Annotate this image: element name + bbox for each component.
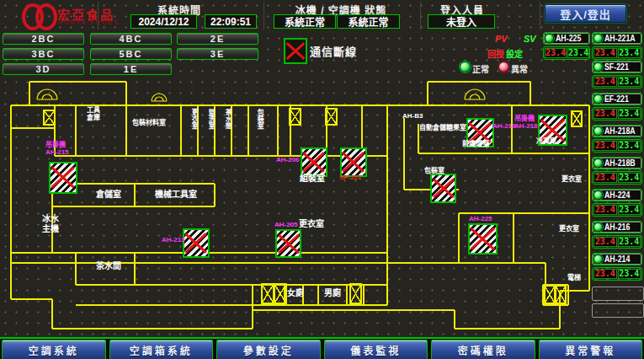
unit-pv-value: 23.4 [593,205,617,215]
unit-led-icon [593,34,603,43]
ahu-fault-icon[interactable] [183,228,210,258]
login-logout-button[interactable]: 登入/登出 [545,4,626,23]
map-room-label: 機械工具室 [155,190,197,200]
map-room-label: 茶水間 [224,109,232,129]
ahu-fault-icon[interactable] [275,229,301,258]
unit-sv-value: 23.4 [567,48,589,58]
unit-name: AH-224 [604,190,630,200]
door-cross-icon [572,111,582,126]
system-date-value: 2024/12/12 [130,14,197,29]
floor-button-2bc[interactable]: 2BC [3,33,84,45]
unit-name: AH-214 [604,255,630,264]
door-cross-icon [545,286,555,303]
unit-sf-221[interactable]: SF-221 23.423.4 [592,61,642,88]
map-room-label: 包裝材料室 [132,119,166,126]
floor-button-3d[interactable]: 3D [3,63,84,75]
map-room-label: 倉儲室 [96,190,121,200]
map-alarm-label: SF-221 [339,174,361,181]
unit-pv-value: 23.4 [593,269,617,279]
unit-led-icon [593,62,603,72]
map-room-label: 男廁 [324,288,341,298]
nav-ac-system-button[interactable]: 空調系統 [2,340,106,359]
nav-abnormal-alarm-button[interactable]: 異常警報 [539,340,643,359]
header-divider [539,2,540,29]
bottom-nav-bar: 空調系統 空調箱系統 參數設定 儀表監視 密碼權限 異常警報 [0,337,644,359]
unit-name: AH-225 [556,34,581,43]
unit-pv-value: 23.4 [593,141,617,151]
door-cross-icon [556,286,566,303]
unit-pv-value: 23.4 [593,48,617,58]
comm-loss-icon [284,38,307,64]
stairs-icon [37,89,485,101]
floor-button-3bc[interactable]: 3BC [3,48,84,60]
unit-pv-value: 23.4 [545,48,567,58]
comm-loss-label: 通信斷線 [310,43,357,59]
unit-sv-value: 23.4 [618,48,641,58]
unit-pv-value: 23.4 [593,173,617,183]
floor-button-4bc[interactable]: 4BC [90,33,172,45]
map-room-label: 盥洗室 [207,109,215,129]
sv-label: SV [524,34,536,44]
unit-name: AH-221A [604,34,636,43]
map-equip-label: 吊掛機 AH-215 [45,141,69,156]
unit-led-icon [545,34,554,43]
floor-button-3e[interactable]: 3E [177,48,258,60]
unit-name: AH-218B [604,158,636,168]
unit-ah-218b[interactable]: AH-218B 23.423.4 [592,157,642,185]
unit-ah-224[interactable]: AH-224 23.423.4 [592,189,642,217]
nav-parameter-settings-button[interactable]: 參數設定 [216,340,321,359]
map-room-label: 女廁 [287,288,304,298]
map-equip-label: 吊掛機 AH-218 [514,115,538,130]
ahu-fault-icon[interactable] [430,174,456,203]
header-divider [97,2,98,29]
ahu-fault-icon[interactable] [301,147,327,177]
unit-led-icon [593,126,603,136]
unit-name: AH-218A [604,126,636,136]
unit-pv-value: 23.4 [593,77,617,87]
brand-logo-icon [35,3,57,30]
unit-empty-slot [592,303,644,318]
door-cross-icon [350,284,361,303]
unit-ah-216[interactable]: AH-216 23.423.4 [592,221,642,249]
pv-label: PV [495,34,508,44]
door-cross-icon [290,109,301,125]
hmi-screen: 宏亞食品 HUNYA FOODS 系統時間 2024/12/12 22:09:5… [0,0,644,359]
map-room-label: 包裝室 [256,109,263,129]
map-room-label: 電梯 [567,274,581,281]
floor-button-1e[interactable]: 1E [90,63,172,75]
unit-sv-value: 23.4 [618,109,641,119]
map-equip-label: AH-219 [492,122,516,130]
normal-label: 正常 [472,62,489,75]
map-room-label: 冰水 主機 [42,214,59,233]
header-divider [263,2,264,29]
ahu-fault-icon[interactable] [468,223,498,255]
unit-led-icon [593,255,603,264]
nav-password-permission-button[interactable]: 密碼權限 [431,340,535,359]
unit-sv-value: 23.4 [618,173,641,183]
header-bar: 宏亞食品 HUNYA FOODS 系統時間 2024/12/12 22:09:5… [0,0,644,31]
floor-button-5bc[interactable]: 5BC [90,48,172,60]
ahu-fault-icon[interactable] [340,147,367,177]
walls-middle [11,118,589,285]
unit-empty-slot [592,287,644,301]
unit-led-icon [593,94,603,104]
floor-button-2e[interactable]: 2E [177,33,258,45]
nav-ahu-system-button[interactable]: 空調箱系統 [109,340,214,359]
map-room-label: 自動倉儲糖果室 [419,124,466,131]
map-equip-label: AH-213 [162,236,185,244]
map-room-label: 更衣室 [559,225,579,233]
unit-pv-value: 23.4 [593,109,617,119]
unit-ah-225[interactable]: AH-225 23.423.4 [543,32,590,60]
unit-sv-value: 23.4 [618,237,641,247]
ahu-fault-icon[interactable] [49,162,77,194]
nav-meter-monitor-button[interactable]: 儀表監視 [324,340,428,359]
unit-sv-value: 23.4 [618,141,641,151]
door-cross-icon [262,284,274,303]
unit-ef-221[interactable]: EF-221 23.423.4 [592,93,642,121]
unit-pv-value: 23.4 [593,237,617,247]
unit-led-icon [593,158,603,168]
unit-ah-218a[interactable]: AH-218A 23.423.4 [592,125,642,153]
map-room-label: AH-B3 [402,112,423,120]
unit-ah-214[interactable]: AH-214 23.423.4 [592,253,642,281]
unit-ah-221a[interactable]: AH-221A 23.423.4 [592,32,642,60]
